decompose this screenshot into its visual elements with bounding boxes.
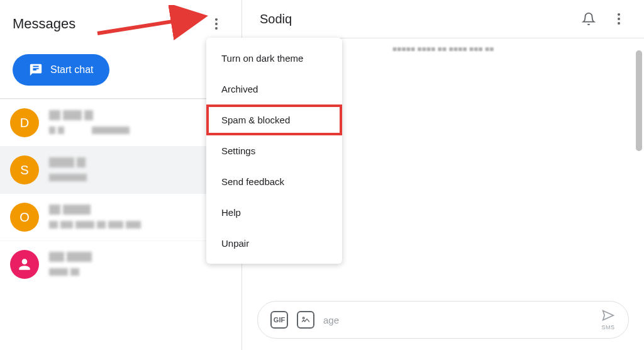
attach-image-button[interactable] <box>297 311 314 329</box>
sidebar-header: Messages <box>0 0 242 48</box>
avatar <box>10 250 39 279</box>
menu-item-help[interactable]: Help <box>206 197 342 228</box>
gif-button[interactable]: GIF <box>270 311 288 329</box>
conversation-body <box>49 157 231 183</box>
menu-item-spam-blocked[interactable]: Spam & blocked <box>206 104 342 135</box>
avatar: D <box>10 108 39 137</box>
menu-item-archived[interactable]: Archived <box>206 74 342 104</box>
chat-more-button[interactable] <box>611 11 626 26</box>
menu-item-settings[interactable]: Settings <box>206 135 342 166</box>
start-chat-label: Start chat <box>50 64 93 76</box>
conversation-item[interactable]: O 8/22 <box>0 193 242 240</box>
send-button[interactable] <box>601 309 616 324</box>
chat-icon <box>29 63 43 77</box>
compose-placeholder[interactable]: age <box>323 315 592 325</box>
contact-name: Sodiq <box>260 12 292 26</box>
compose-box[interactable]: GIF age SMS <box>257 301 629 339</box>
more-vert-icon <box>215 18 218 30</box>
chat-header: Sodiq <box>242 0 644 38</box>
app: Messages Start chat D 8/31 S <box>0 0 644 350</box>
notifications-button[interactable] <box>581 11 596 26</box>
menu-item-dark-theme[interactable]: Turn on dark theme <box>206 43 342 74</box>
avatar: O <box>10 203 39 232</box>
start-chat-button[interactable]: Start chat <box>13 54 109 86</box>
scrollbar[interactable] <box>636 50 642 151</box>
menu-item-send-feedback[interactable]: Send feedback <box>206 166 342 197</box>
conversation-body <box>49 205 231 230</box>
conversation-list: D 8/31 S 8/31 O <box>0 99 242 350</box>
avatar: S <box>10 155 39 184</box>
header-actions <box>581 11 626 26</box>
image-attach-icon <box>301 316 311 324</box>
send-area: SMS <box>601 309 616 330</box>
overflow-menu: Turn on dark theme Archived Spam & block… <box>206 38 342 264</box>
svg-point-0 <box>303 317 304 319</box>
more-options-button[interactable] <box>204 11 229 37</box>
sms-label: SMS <box>601 324 614 330</box>
menu-item-unpair[interactable]: Unpair <box>206 228 342 259</box>
bell-icon <box>582 12 596 26</box>
conversation-body <box>49 252 231 277</box>
conversation-item[interactable]: D 8/31 <box>0 99 242 146</box>
conversation-body <box>49 110 231 135</box>
conversation-item[interactable]: 8/22 <box>0 240 242 288</box>
send-icon <box>601 309 616 322</box>
conversation-item[interactable]: S 8/31 <box>0 146 242 193</box>
person-icon <box>16 256 33 273</box>
more-vert-icon <box>618 13 620 25</box>
page-title: Messages <box>13 16 75 32</box>
